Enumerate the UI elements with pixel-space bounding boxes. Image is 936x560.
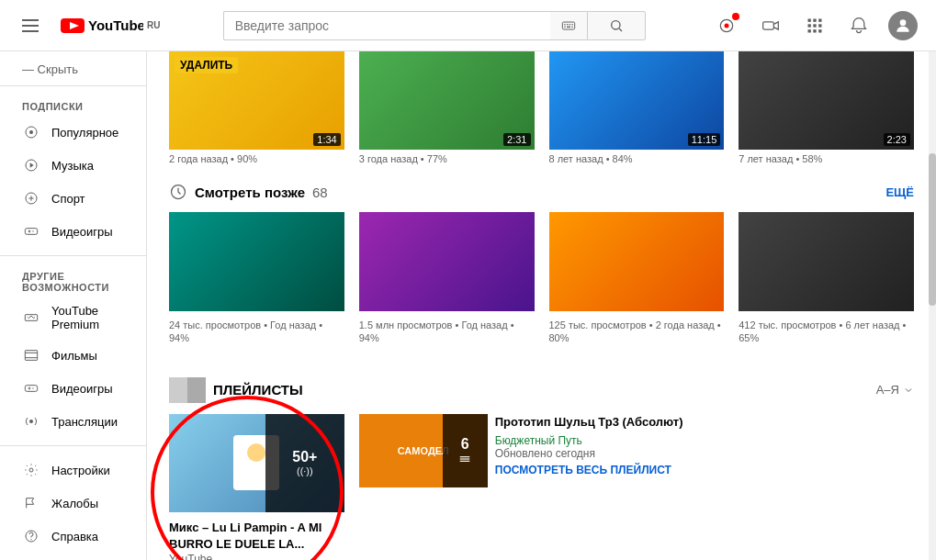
music-icon xyxy=(22,156,40,174)
playlist-info-1: Микс – Lu Li Pampin - A MI BURRO LE DUEL… xyxy=(169,512,344,560)
svg-rect-23 xyxy=(813,29,816,32)
video-duration-4: 2:23 xyxy=(884,133,910,146)
wl-video-2[interactable]: 1.5 млн просмотров • Год назад • 94% xyxy=(359,212,535,347)
sidebar: — Скрыть ПОДПИСКИ Популярное Музыка Спор… xyxy=(0,51,147,560)
main-content: УДАЛИТЬ 1:34 2:31 11:15 2:23 xyxy=(147,51,936,560)
video-duration-3: 11:15 xyxy=(688,133,721,146)
svg-rect-4 xyxy=(564,24,565,25)
scrollbar-track[interactable] xyxy=(929,51,936,560)
top-videos-section: УДАЛИТЬ 1:34 2:31 11:15 2:23 xyxy=(169,51,914,164)
playlist-card-highlighted[interactable]: 50+ ((·)) Микс – Lu Li Pampin - A MI BUR… xyxy=(169,414,344,560)
sidebar-item-settings[interactable]: Настройки xyxy=(0,454,146,487)
svg-rect-20 xyxy=(813,24,816,27)
other-section-title: ДРУГИЕ ВОЗМОЖНОСТИ xyxy=(0,263,146,297)
svg-rect-7 xyxy=(571,24,572,25)
flag-icon xyxy=(22,494,40,512)
wl-thumb-4 xyxy=(739,212,914,310)
sort-button[interactable]: А–Я xyxy=(876,383,914,397)
video-meta-2: 3 года назад • 77% xyxy=(359,153,535,164)
svg-rect-15 xyxy=(763,21,774,28)
logo-ru-label: RU xyxy=(147,20,160,30)
svg-rect-5 xyxy=(567,24,568,25)
game-icon xyxy=(22,222,40,241)
svg-rect-32 xyxy=(25,351,37,361)
watch-later-more-link[interactable]: ЕЩЁ xyxy=(885,185,914,199)
svg-point-36 xyxy=(29,420,33,423)
video-meta-3: 8 лет назад • 84% xyxy=(549,153,725,164)
wl-thumb-1 xyxy=(169,212,344,310)
search-bar xyxy=(160,11,708,40)
svg-line-12 xyxy=(619,28,622,31)
svg-rect-19 xyxy=(808,24,811,27)
playlist-overlay-2: 6 xyxy=(443,414,488,487)
playlist-title-wrap: ПЛЕЙЛИСТЫ xyxy=(169,377,303,403)
view-playlist-link[interactable]: ПОСМОТРЕТЬ ВЕСЬ ПЛЕЙЛИСТ xyxy=(495,464,725,476)
sport-icon xyxy=(22,189,40,207)
wl-info-2: 1.5 млн просмотров • Год назад • 94% xyxy=(359,311,535,348)
video-card-2[interactable]: 2:31 xyxy=(359,51,535,150)
wl-info-1: 24 тыс. просмотров • Год назад • 94% xyxy=(169,311,344,348)
svg-point-37 xyxy=(29,468,33,472)
playlists-section: ПЛЕЙЛИСТЫ А–Я xyxy=(169,370,914,560)
layout: — Скрыть ПОДПИСКИ Популярное Музыка Спор… xyxy=(0,0,936,560)
wl-info-3: 125 тыс. просмотров • 2 года назад • 80% xyxy=(549,311,725,348)
sidebar-item-feedback[interactable]: Отправить отзыв xyxy=(0,553,146,560)
wl-video-4[interactable]: 412 тыс. просмотров • 6 лет назад • 65% xyxy=(739,212,914,347)
sidebar-item-subscriptions-header: — Скрыть xyxy=(0,59,146,78)
svg-point-11 xyxy=(611,20,619,28)
live-icon-btn[interactable] xyxy=(708,7,745,44)
svg-rect-16 xyxy=(808,18,811,21)
sidebar-item-complaints[interactable]: Жалобы xyxy=(0,487,146,520)
youtube-logo-icon: YouTube xyxy=(61,17,143,35)
svg-rect-17 xyxy=(813,18,816,21)
logo[interactable]: YouTube RU xyxy=(61,17,160,35)
svg-rect-18 xyxy=(818,18,821,21)
playlist-card-2-inner: САМОДЕЛ 6 Прототип Шульц Тр3 (Абсолют) Б… xyxy=(359,414,725,487)
watch-later-video-grid: 24 тыс. просмотров • Год назад • 94% 1.5… xyxy=(169,212,914,347)
sidebar-item-videogames[interactable]: Видеоигры xyxy=(0,372,146,405)
wl-thumb-2 xyxy=(359,212,535,310)
popular-icon xyxy=(22,123,40,141)
wl-video-3[interactable]: 125 тыс. просмотров • 2 года назад • 80% xyxy=(549,212,725,347)
sidebar-item-music[interactable]: Музыка xyxy=(0,149,146,182)
video-camera-button[interactable] xyxy=(752,7,789,44)
svg-rect-8 xyxy=(564,26,565,27)
sidebar-item-premium[interactable]: YouTube Premium xyxy=(0,297,146,339)
svg-rect-24 xyxy=(818,29,821,32)
red-dot xyxy=(732,13,739,20)
video-card-3[interactable]: 11:15 xyxy=(549,51,725,150)
svg-point-25 xyxy=(900,19,907,26)
header-left: YouTube RU xyxy=(15,12,160,39)
svg-point-27 xyxy=(29,130,33,134)
video-duration-1: 1:34 xyxy=(313,133,340,146)
sidebar-item-live[interactable]: Трансляции xyxy=(0,405,146,438)
game2-icon xyxy=(22,379,40,398)
svg-rect-6 xyxy=(569,24,569,25)
video-meta-1: 2 года назад • 90% xyxy=(169,153,344,164)
sidebar-item-films[interactable]: Фильмы xyxy=(0,339,146,372)
apps-button[interactable] xyxy=(796,7,833,44)
search-icon xyxy=(609,18,624,33)
top-video-grid: УДАЛИТЬ 1:34 2:31 11:15 2:23 xyxy=(169,51,914,150)
playlist-items: 50+ ((·)) Микс – Lu Li Pampin - A MI BUR… xyxy=(169,414,914,560)
svg-rect-35 xyxy=(25,386,37,392)
video-card-1[interactable]: УДАЛИТЬ 1:34 xyxy=(169,51,344,150)
avatar-button[interactable] xyxy=(885,7,921,44)
sidebar-item-help[interactable]: Справка xyxy=(0,520,146,553)
chevron-down-icon xyxy=(903,385,914,396)
wl-thumb-3 xyxy=(549,212,725,310)
sidebar-item-games[interactable]: Видеоигры xyxy=(0,215,146,248)
scrollbar-thumb[interactable] xyxy=(929,153,936,306)
sidebar-item-sport[interactable]: Спорт xyxy=(0,182,146,215)
hamburger-button[interactable] xyxy=(15,12,46,39)
notifications-button[interactable] xyxy=(840,7,877,44)
keyboard-icon xyxy=(561,18,576,33)
search-button[interactable] xyxy=(587,11,646,40)
video-card-4[interactable]: 2:23 xyxy=(739,51,914,150)
header: YouTube RU xyxy=(0,0,936,51)
settings-icon xyxy=(22,461,40,479)
search-input[interactable] xyxy=(223,11,550,40)
sidebar-item-popular[interactable]: Популярное xyxy=(0,116,146,149)
wl-video-1[interactable]: 24 тыс. просмотров • Год назад • 94% xyxy=(169,212,344,347)
playlist-card-2[interactable]: САМОДЕЛ 6 Прототип Шульц Тр3 (Абсолют) Б… xyxy=(359,414,725,560)
